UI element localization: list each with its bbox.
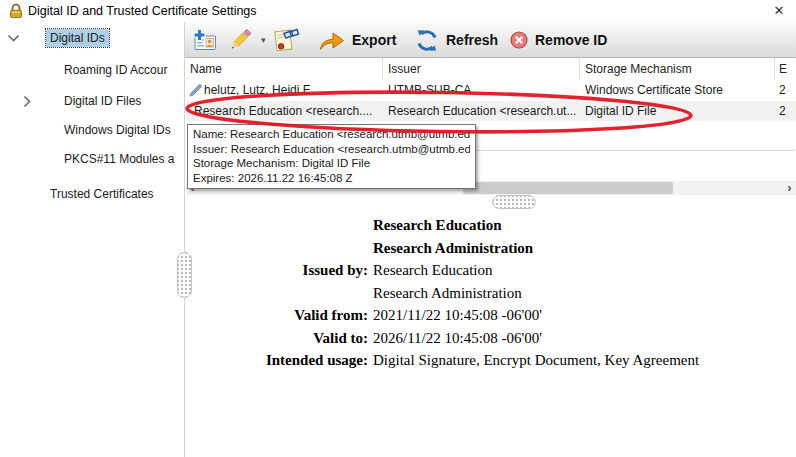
refresh-button[interactable]: Refresh <box>415 25 498 55</box>
sidebar-divider <box>184 22 185 457</box>
scrollbar-thumb[interactable] <box>463 182 673 194</box>
certificate-tooltip: Name: Research Education <research.utmb@… <box>187 124 476 189</box>
pencil-icon <box>189 84 203 97</box>
detail-row: Valid to: 2026/11/22 10:45:08 -06'00' <box>186 327 795 350</box>
column-divider <box>774 58 775 80</box>
certificate-glasses-icon <box>273 27 300 53</box>
detail-value: Research Administration <box>368 237 533 260</box>
detail-value: Research Administration <box>368 282 522 305</box>
column-header-expires[interactable]: E <box>779 62 787 76</box>
detail-label <box>186 214 368 237</box>
window-title: Digital ID and Trusted Certificate Setti… <box>28 4 257 18</box>
detail-label: Valid from: <box>186 304 368 327</box>
add-id-icon <box>191 29 217 52</box>
certificate-details-button[interactable] <box>273 25 300 55</box>
detail-row: Intended usage: Digital Signature, Encry… <box>186 349 795 372</box>
cell-name: Research Education <research.... <box>194 104 380 118</box>
sidebar-item-windows-digital-ids[interactable]: Windows Digital IDs <box>60 121 175 139</box>
detail-label <box>186 282 368 305</box>
refresh-icon <box>415 29 439 52</box>
close-button[interactable]: ✕ <box>764 0 794 22</box>
pencil-icon <box>227 27 254 53</box>
scroll-right-icon[interactable]: › <box>783 181 796 195</box>
sidebar-item-trusted-certificates[interactable]: Trusted Certificates <box>46 185 158 203</box>
certificate-details-pane: Research Education Research Administrati… <box>186 214 795 372</box>
usage-options-button[interactable]: ▾ <box>227 25 266 55</box>
detail-value: 2021/11/22 10:45:08 -06'00' <box>368 304 542 327</box>
cell-storage: Digital ID File <box>585 104 771 118</box>
detail-value: Research Education <box>368 259 493 282</box>
detail-label: Valid to: <box>186 327 368 350</box>
detail-label: Intended usage: <box>186 349 368 372</box>
cell-expires: 2 <box>779 104 796 118</box>
table-row[interactable]: helutz, Lutz, Heidi E. UTMB-SUB-CA Windo… <box>186 80 796 101</box>
add-id-button[interactable] <box>191 25 217 55</box>
tooltip-line: Issuer: Research Education <research.utm… <box>193 142 470 157</box>
detail-label <box>186 237 368 260</box>
chevron-down-icon[interactable] <box>7 34 20 43</box>
detail-row: Research Administration <box>186 282 795 305</box>
detail-value: 2026/11/22 10:45:08 -06'00' <box>368 327 542 350</box>
digital-id-settings-dialog: Digital ID and Trusted Certificate Setti… <box>0 0 796 457</box>
tooltip-line: Expires: 2026.11.22 16:45:08 Z <box>193 171 470 186</box>
column-divider <box>382 58 383 80</box>
sidebar-item-digital-id-files[interactable]: Digital ID Files <box>60 92 145 110</box>
column-header-storage-mechanism[interactable]: Storage Mechanism <box>585 62 692 76</box>
table-header: Name Issuer Storage Mechanism E <box>186 58 796 81</box>
title-bar: Digital ID and Trusted Certificate Setti… <box>0 0 796 22</box>
chevron-right-icon[interactable] <box>23 95 32 108</box>
detail-row: Research Education <box>186 214 795 237</box>
remove-id-button[interactable]: Remove ID <box>510 25 607 55</box>
export-arrow-icon <box>319 30 345 51</box>
cell-issuer: Research Education <research.ut... <box>388 104 578 118</box>
list-divider-line <box>465 150 795 151</box>
sidebar-item-pkcs11-modules[interactable]: PKCS#11 Modules a <box>60 150 179 168</box>
sidebar-item-digital-ids[interactable]: Digital IDs <box>46 29 109 47</box>
horizontal-splitter-grip[interactable] <box>492 195 536 209</box>
detail-row: Valid from: 2021/11/22 10:45:08 -06'00' <box>186 304 795 327</box>
toolbar: ▾ <box>185 23 796 58</box>
export-button[interactable]: Export <box>319 25 396 55</box>
detail-label: Issued by: <box>186 259 368 282</box>
tooltip-line: Name: Research Education <research.utmb@… <box>193 127 470 142</box>
pencil-dropdown-icon[interactable]: ▾ <box>261 35 266 45</box>
refresh-label: Refresh <box>446 32 498 48</box>
column-header-name[interactable]: Name <box>190 62 222 76</box>
detail-row: Research Administration <box>186 237 795 260</box>
column-header-issuer[interactable]: Issuer <box>388 62 421 76</box>
lock-icon <box>8 3 24 19</box>
cell-storage: Windows Certificate Store <box>585 83 771 97</box>
detail-row: Issued by: Research Education <box>186 259 795 282</box>
remove-id-label: Remove ID <box>535 32 607 48</box>
cell-expires: 2 <box>779 83 796 97</box>
table-row[interactable]: Research Education <research.... Researc… <box>186 101 796 121</box>
cell-name: helutz, Lutz, Heidi E. <box>204 83 380 97</box>
detail-value: Research Education <box>368 214 501 237</box>
cell-issuer: UTMB-SUB-CA <box>388 83 578 97</box>
tooltip-line: Storage Mechanism: Digital ID File <box>193 156 470 171</box>
column-divider <box>579 58 580 80</box>
remove-circle-icon <box>510 31 528 49</box>
export-label: Export <box>352 32 396 48</box>
sidebar-item-roaming-id-accounts[interactable]: Roaming ID Accour <box>60 61 171 79</box>
detail-value: Digital Signature, Encrypt Document, Key… <box>368 349 699 372</box>
